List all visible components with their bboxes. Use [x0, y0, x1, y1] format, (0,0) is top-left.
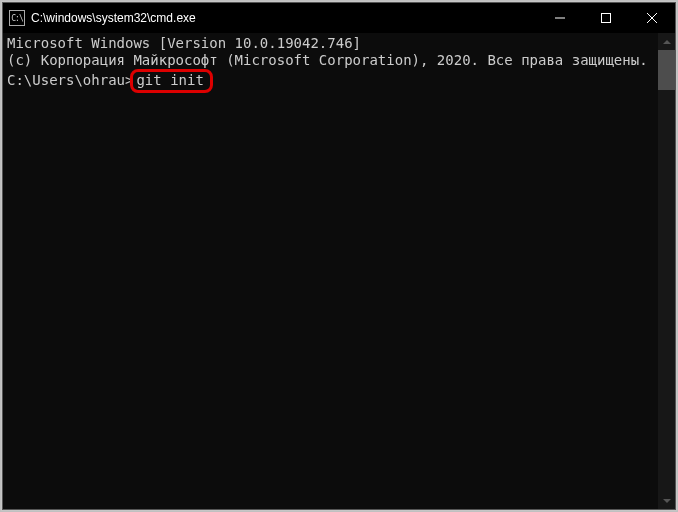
command-text: git init	[136, 72, 203, 88]
output-line: Microsoft Windows [Version 10.0.19042.74…	[7, 35, 654, 52]
scroll-track[interactable]	[658, 50, 675, 492]
svg-marker-5	[663, 499, 671, 503]
window-controls	[537, 3, 675, 33]
scroll-down-button[interactable]	[658, 492, 675, 509]
window-title: C:\windows\system32\cmd.exe	[31, 11, 537, 25]
command-highlight: git init	[130, 69, 212, 93]
terminal-content[interactable]: Microsoft Windows [Version 10.0.19042.74…	[3, 33, 658, 509]
output-line: (c) Корпорация Майкрософт (Microsoft Cor…	[7, 52, 654, 69]
titlebar[interactable]: C:\ C:\windows\system32\cmd.exe	[3, 3, 675, 33]
prompt-text: C:\Users\ohrau>	[7, 72, 133, 88]
scroll-thumb[interactable]	[658, 50, 675, 90]
maximize-button[interactable]	[583, 3, 629, 33]
cmd-window: C:\ C:\windows\system32\cmd.exe Microsof…	[2, 2, 676, 510]
close-button[interactable]	[629, 3, 675, 33]
svg-marker-4	[663, 40, 671, 44]
terminal-area: Microsoft Windows [Version 10.0.19042.74…	[3, 33, 675, 509]
scrollbar[interactable]	[658, 33, 675, 509]
svg-rect-1	[602, 14, 611, 23]
prompt-line: C:\Users\ohrau>git init	[7, 69, 654, 93]
cmd-icon: C:\	[9, 10, 25, 26]
scroll-up-button[interactable]	[658, 33, 675, 50]
minimize-button[interactable]	[537, 3, 583, 33]
